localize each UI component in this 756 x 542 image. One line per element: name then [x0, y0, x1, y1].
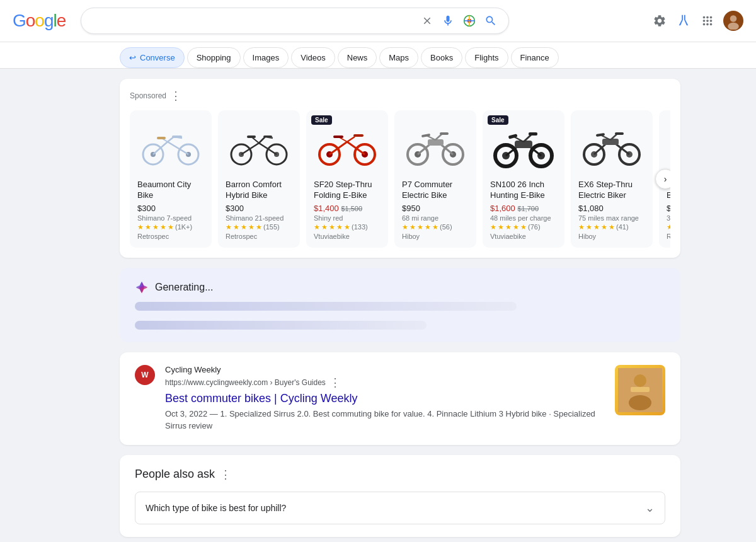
google-logo[interactable]: Google [13, 11, 66, 31]
product-brand-4: Hiboy [402, 233, 469, 240]
tab-maps[interactable]: Maps [379, 47, 418, 68]
product-image-6 [578, 118, 645, 175]
sale-badge-3: Sale [311, 115, 332, 125]
product-stars-3: ★★★★★ (133) [314, 223, 381, 231]
result-thumbnail [615, 365, 665, 415]
product-stars-6: ★★★★★ (41) [578, 223, 645, 231]
sponsored-menu[interactable]: ⋮ [170, 89, 181, 103]
product-detail-4: 68 mi range [402, 214, 469, 222]
product-card-4[interactable]: P7 Commuter Electric Bike $950 68 mi ran… [394, 110, 476, 248]
tab-videos[interactable]: Videos [291, 47, 335, 68]
product-detail-1: Shimano 7-speed [137, 214, 204, 222]
product-card-5[interactable]: Sale [483, 110, 564, 248]
paa-section: People also ask ⋮ Which type of bike is … [120, 455, 680, 537]
product-price-5: $1,600 $1,700 [490, 204, 557, 213]
product-card-1[interactable]: Beaumont City Bike $300 Shimano 7-speed … [130, 110, 212, 248]
product-stars-5: ★★★★★ (76) [490, 223, 557, 231]
product-detail-6: 75 miles max range [578, 214, 645, 222]
svg-line-45 [435, 134, 442, 140]
svg-rect-16 [172, 136, 182, 138]
result-title[interactable]: Best commuter bikes | Cycling Weekly [165, 392, 605, 405]
svg-rect-68 [615, 132, 624, 135]
paa-menu[interactable]: ⋮ [220, 468, 231, 481]
tab-images[interactable]: Images [243, 47, 289, 68]
result-source: Cycling Weekly [165, 365, 605, 374]
paa-item-1[interactable]: Which type of bike is best for uphill? ⌄ [135, 492, 665, 524]
products-carousel: Beaumont City Bike $300 Shimano 7-speed … [130, 110, 670, 248]
product-stars-2: ★★★★★ (155) [226, 223, 292, 231]
product-name-2: Barron Comfort Hybrid Bike [226, 180, 292, 201]
product-card-6[interactable]: EX6 Step-Thru Electric Biker $1,080 75 m… [571, 110, 653, 248]
sponsored-section: Sponsored ⋮ [120, 79, 680, 258]
carousel-next-button[interactable]: › [655, 169, 670, 189]
product-card-3[interactable]: Sale [306, 110, 388, 248]
product-brand-1: Retrospec [137, 233, 204, 240]
svg-point-5 [728, 23, 739, 30]
header: Google good bike for a 5 mile commute wi… [0, 0, 756, 42]
avatar[interactable] [723, 11, 743, 31]
result-favicon: W [135, 365, 155, 385]
voice-search-button[interactable] [440, 13, 455, 28]
product-detail-3: Shiny red [314, 214, 381, 222]
paa-question-1: Which type of bike is best for uphill? [146, 503, 286, 513]
product-image-4 [402, 118, 469, 175]
product-name-4: P7 Commuter Electric Bike [402, 180, 469, 201]
product-brand-2: Retrospec [226, 233, 292, 240]
result-item: W Cycling Weekly https://www.cyclingweek… [135, 365, 665, 432]
product-brand-6: Hiboy [578, 233, 645, 240]
generating-header: Generating... [135, 280, 665, 294]
gemini-icon [135, 280, 149, 294]
search-button[interactable] [483, 13, 498, 28]
generating-text: Generating... [155, 282, 214, 293]
product-name-3: SF20 Step-Thru Folding E-Bike [314, 180, 381, 201]
skeleton-line-2 [135, 321, 427, 330]
product-card-2[interactable]: Barron Comfort Hybrid Bike $300 Shimano … [218, 110, 300, 248]
product-price-2: $300 [226, 204, 292, 213]
main-content: Sponsored ⋮ [0, 69, 693, 537]
product-name-6: EX6 Step-Thru Electric Biker [578, 180, 645, 201]
svg-rect-27 [263, 136, 272, 137]
result-menu[interactable]: ⋮ [329, 376, 341, 389]
product-price-3: $1,400 $1,500 [314, 204, 381, 213]
search-bar: good bike for a 5 mile commute with hill… [81, 8, 509, 34]
image-search-button[interactable] [462, 13, 477, 28]
search-input[interactable]: good bike for a 5 mile commute with hill… [91, 15, 414, 26]
header-right [651, 11, 743, 31]
tab-shopping[interactable]: Shopping [187, 47, 241, 68]
product-image-2 [226, 118, 292, 175]
tab-news[interactable]: News [338, 47, 377, 68]
product-price-4: $950 [402, 204, 469, 213]
labs-button[interactable] [675, 13, 692, 29]
product-stars-7: ★★★★★ (65) [667, 223, 670, 231]
product-detail-5: 48 miles per charge [490, 214, 557, 222]
product-stars-4: ★★★★★ (56) [402, 223, 469, 231]
tab-converse[interactable]: ↩ Converse [120, 47, 185, 68]
svg-line-34 [347, 137, 355, 142]
product-image-7 [667, 118, 670, 175]
svg-rect-57 [529, 132, 537, 136]
product-stars-1: ★★★★★ (1K+) [137, 223, 204, 231]
product-image-3 [314, 118, 381, 175]
apps-button[interactable] [699, 13, 716, 29]
sale-badge-5: Sale [488, 115, 508, 125]
chevron-down-icon: ⌄ [645, 501, 655, 515]
settings-button[interactable] [651, 13, 668, 29]
sponsored-label: Sponsored ⋮ [130, 89, 670, 103]
tab-flights[interactable]: Flights [465, 47, 508, 68]
product-detail-2: Shimano 21-speed [226, 214, 292, 222]
product-name-5: SN100 26 Inch Hunting E-Bike [490, 180, 557, 201]
svg-rect-46 [440, 132, 449, 135]
generating-section: Generating... [120, 268, 680, 342]
search-action-icons [420, 13, 498, 28]
product-brand-7: Retrospec [667, 233, 670, 240]
result-cycling-weekly: W Cycling Weekly https://www.cyclingweek… [120, 352, 680, 445]
nav-tabs: ↩ Converse Shopping Images Videos News M… [0, 42, 756, 69]
product-image-5 [490, 118, 557, 175]
tab-finance[interactable]: Finance [511, 47, 559, 68]
product-image-1 [137, 118, 204, 175]
clear-button[interactable] [420, 14, 434, 28]
tab-books[interactable]: Books [421, 47, 462, 68]
product-price-6: $1,080 [578, 204, 645, 213]
product-name-1: Beaumont City Bike [137, 180, 204, 201]
svg-point-83 [629, 395, 651, 410]
